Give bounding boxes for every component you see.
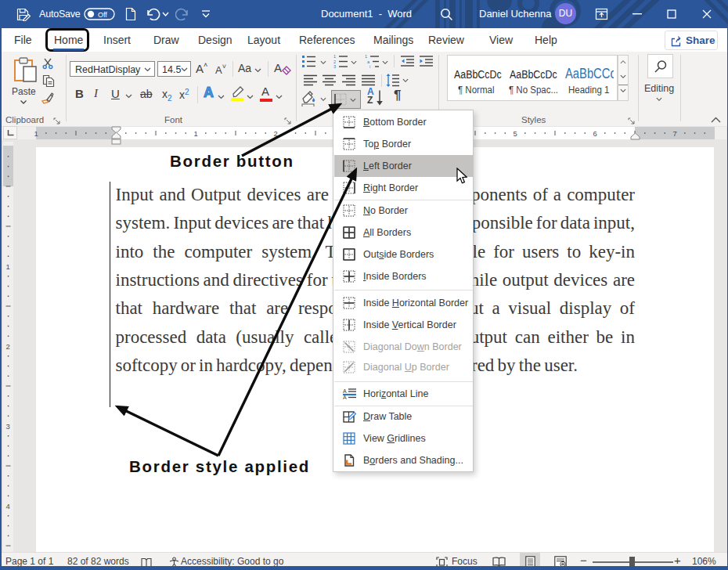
svg-text:3: 3 <box>333 64 336 68</box>
svg-text:1: 1 <box>333 54 336 59</box>
svg-text:1: 1 <box>6 262 10 271</box>
svg-text:5: 5 <box>514 129 517 138</box>
svg-text:3: 3 <box>6 422 10 431</box>
svg-text:6: 6 <box>593 129 597 138</box>
svg-text:2: 2 <box>274 129 278 138</box>
svg-text:2: 2 <box>6 342 10 351</box>
svg-text:i: i <box>369 64 370 68</box>
svg-text:7: 7 <box>673 129 677 138</box>
svg-text:a: a <box>367 60 370 64</box>
svg-text:1: 1 <box>34 129 38 138</box>
svg-text:Off: Off <box>98 11 107 19</box>
svg-text:4: 4 <box>6 502 10 510</box>
svg-text:1: 1 <box>365 54 367 59</box>
svg-text:2: 2 <box>333 60 336 64</box>
svg-text:1: 1 <box>194 129 198 138</box>
svg-text:A: A <box>343 388 347 394</box>
